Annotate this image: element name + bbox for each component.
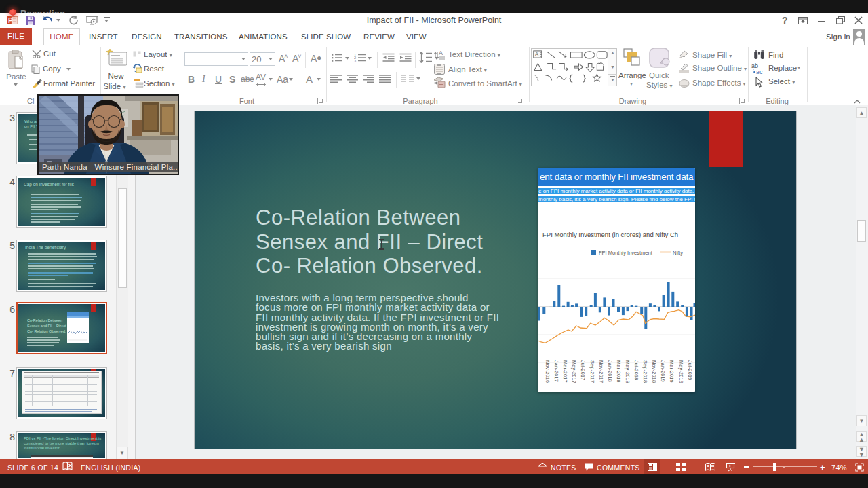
svg-text:Jul-2019: Jul-2019 (687, 360, 693, 381)
svg-text:Jan-2019: Jan-2019 (660, 360, 666, 382)
svg-text:Nov-2017: Nov-2017 (598, 360, 604, 383)
svg-text:A: A (535, 51, 539, 58)
svg-text:Jan-2018: Jan-2018 (607, 360, 613, 382)
svg-text:Mar-2018: Mar-2018 (616, 360, 622, 383)
svg-text:May-2018: May-2018 (625, 360, 631, 383)
svg-text:Sep-2017: Sep-2017 (589, 360, 595, 383)
svg-text:Sep-2018: Sep-2018 (642, 360, 648, 383)
svg-text:Mar-2019: Mar-2019 (669, 360, 675, 383)
svg-text:ac: ac (756, 69, 763, 75)
svg-text:Nifty: Nifty (673, 250, 683, 256)
svg-text:May-2017: May-2017 (571, 360, 577, 383)
svg-text:Nov-2018: Nov-2018 (651, 360, 657, 383)
svg-text:3: 3 (354, 59, 356, 62)
svg-text:Jul-2018: Jul-2018 (633, 360, 639, 381)
svg-text:Mar-2017: Mar-2017 (562, 360, 568, 383)
svg-text:Jan-2017: Jan-2017 (553, 360, 559, 382)
svg-text:Nov-2016: Nov-2016 (545, 360, 551, 383)
svg-text:A: A (439, 50, 443, 56)
svg-text:FPI Monthly Investment: FPI Monthly Investment (599, 250, 653, 256)
svg-text:May-2019: May-2019 (678, 360, 684, 383)
svg-text:Jul-2017: Jul-2017 (580, 360, 586, 381)
svg-text:P: P (8, 17, 13, 24)
